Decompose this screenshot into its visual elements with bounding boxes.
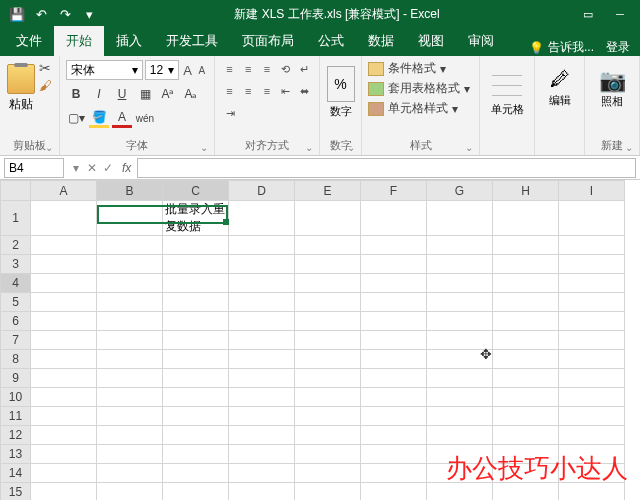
format-painter-icon[interactable]: 🖌	[39, 78, 52, 93]
cell[interactable]	[97, 369, 163, 388]
tab-insert[interactable]: 插入	[104, 26, 154, 56]
tab-view[interactable]: 视图	[406, 26, 456, 56]
cell[interactable]	[163, 407, 229, 426]
cell[interactable]	[229, 369, 295, 388]
cell[interactable]	[31, 388, 97, 407]
cell[interactable]	[361, 407, 427, 426]
cell[interactable]	[361, 293, 427, 312]
cell[interactable]	[229, 445, 295, 464]
cell[interactable]	[559, 445, 625, 464]
cell-grid[interactable]: ABCDEFGHI1批量录入重复数据23456789101112131415	[0, 180, 625, 500]
row-header[interactable]: 15	[1, 483, 31, 501]
row-header[interactable]: 12	[1, 426, 31, 445]
cell[interactable]	[559, 274, 625, 293]
col-header[interactable]: E	[295, 181, 361, 201]
row-header[interactable]: 13	[1, 445, 31, 464]
cell[interactable]	[97, 407, 163, 426]
cell[interactable]	[31, 331, 97, 350]
row-header[interactable]: 2	[1, 236, 31, 255]
cell[interactable]	[31, 255, 97, 274]
cell[interactable]	[427, 388, 493, 407]
cell[interactable]	[427, 312, 493, 331]
cell[interactable]	[163, 331, 229, 350]
bold-button[interactable]: B	[66, 84, 86, 104]
cancel-icon[interactable]: ✕	[84, 161, 100, 175]
align-middle-icon[interactable]: ≡	[240, 60, 257, 78]
cell[interactable]	[97, 445, 163, 464]
cell[interactable]	[295, 331, 361, 350]
cell[interactable]	[559, 407, 625, 426]
superscript-button[interactable]: Aᵃ	[158, 84, 178, 104]
cell[interactable]	[493, 483, 559, 501]
cell[interactable]	[361, 236, 427, 255]
cell[interactable]	[493, 369, 559, 388]
align-right-icon[interactable]: ≡	[259, 82, 276, 100]
select-all-corner[interactable]	[1, 181, 31, 201]
cell[interactable]	[493, 236, 559, 255]
cell[interactable]	[559, 255, 625, 274]
cell[interactable]	[295, 426, 361, 445]
cell[interactable]	[229, 350, 295, 369]
formula-input[interactable]	[137, 158, 636, 178]
name-box-dropdown-icon[interactable]: ▾	[68, 161, 84, 175]
cell[interactable]	[361, 312, 427, 331]
cell[interactable]	[493, 388, 559, 407]
cell[interactable]	[493, 312, 559, 331]
cell[interactable]	[493, 426, 559, 445]
italic-button[interactable]: I	[89, 84, 109, 104]
col-header[interactable]: F	[361, 181, 427, 201]
cell[interactable]	[97, 426, 163, 445]
cell[interactable]	[31, 369, 97, 388]
row-header[interactable]: 1	[1, 201, 31, 236]
cell[interactable]	[229, 236, 295, 255]
col-header[interactable]: I	[559, 181, 625, 201]
paste-button[interactable]: 粘贴	[7, 60, 35, 113]
font-color-button[interactable]: A	[112, 108, 132, 128]
cell[interactable]	[295, 350, 361, 369]
cell[interactable]	[295, 483, 361, 501]
cell[interactable]	[163, 255, 229, 274]
cell[interactable]	[559, 426, 625, 445]
cell[interactable]	[31, 236, 97, 255]
cell[interactable]	[31, 312, 97, 331]
col-header[interactable]: A	[31, 181, 97, 201]
cell[interactable]	[295, 369, 361, 388]
cell[interactable]	[97, 236, 163, 255]
col-header[interactable]: G	[427, 181, 493, 201]
cell[interactable]	[163, 426, 229, 445]
number-format-button[interactable]: %	[327, 66, 355, 102]
cell[interactable]	[427, 445, 493, 464]
enter-icon[interactable]: ✓	[100, 161, 116, 175]
cell[interactable]	[361, 255, 427, 274]
col-header[interactable]: H	[493, 181, 559, 201]
cut-icon[interactable]: ✂	[39, 60, 52, 76]
row-header[interactable]: 5	[1, 293, 31, 312]
cell[interactable]	[31, 483, 97, 501]
wrap-text-icon[interactable]: ↵	[296, 60, 313, 78]
align-center-icon[interactable]: ≡	[240, 82, 257, 100]
ribbon-options-icon[interactable]: ▭	[576, 5, 600, 23]
name-box[interactable]: B4	[4, 158, 64, 178]
cell[interactable]	[559, 350, 625, 369]
cell[interactable]	[229, 274, 295, 293]
cell[interactable]	[559, 236, 625, 255]
cell[interactable]	[229, 331, 295, 350]
cell[interactable]	[163, 483, 229, 501]
cell[interactable]	[31, 350, 97, 369]
cell[interactable]	[163, 388, 229, 407]
indent-dec-icon[interactable]: ⇤	[277, 82, 294, 100]
cell[interactable]	[97, 464, 163, 483]
cell[interactable]	[493, 331, 559, 350]
cell[interactable]	[493, 445, 559, 464]
subscript-button[interactable]: Aₐ	[181, 84, 201, 104]
edit-icon[interactable]: 🖉	[550, 68, 570, 91]
cell[interactable]	[97, 388, 163, 407]
fill-button[interactable]: ▢▾	[66, 108, 86, 128]
cell[interactable]	[427, 255, 493, 274]
cell[interactable]	[361, 388, 427, 407]
align-left-icon[interactable]: ≡	[221, 82, 238, 100]
cell[interactable]	[295, 464, 361, 483]
undo-icon[interactable]: ↶	[32, 5, 50, 23]
cell[interactable]	[31, 407, 97, 426]
cell[interactable]	[361, 445, 427, 464]
